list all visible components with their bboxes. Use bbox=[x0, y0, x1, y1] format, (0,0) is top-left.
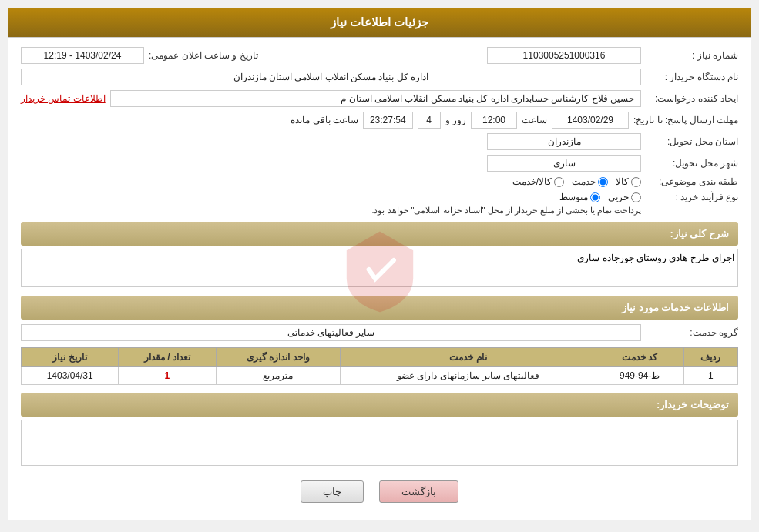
tabaqe-options: کالا خدمت کالا/خدمت bbox=[512, 176, 641, 187]
tabaqe-option-kala-khadamat: کالا/خدمت bbox=[512, 176, 564, 187]
cell-name: فعالیتهای سایر سازمانهای دارای عضو bbox=[341, 367, 596, 385]
col-unit: واحد اندازه گیری bbox=[216, 348, 341, 367]
ostan-value: مازندران bbox=[487, 133, 641, 150]
shomara-niaz-label: شماره نیاز : bbox=[646, 50, 738, 61]
cell-date: 1403/04/31 bbox=[22, 367, 119, 385]
mohlat-date: 1403/02/29 bbox=[552, 112, 629, 129]
mohlat-saat-label: ساعت bbox=[522, 115, 547, 125]
gorohe-khadamat-label: گروه خدمت: bbox=[646, 327, 738, 338]
noe-farayand-options: جزیی متوسط bbox=[371, 192, 641, 202]
noe-farayand-motevaset: متوسط bbox=[559, 192, 600, 202]
col-radif: ردیف bbox=[683, 348, 737, 367]
sharh-textarea[interactable]: اجرای طرح هادی روستای جورجاده ساری bbox=[21, 249, 738, 287]
cell-count: 1 bbox=[119, 367, 216, 385]
mohlat-rooz: 4 bbox=[418, 112, 441, 129]
nam-dastgah-label: نام دستگاه خریدار : bbox=[646, 72, 738, 82]
services-table: ردیف کد خدمت نام خدمت واحد اندازه گیری ت… bbox=[21, 347, 738, 385]
mohlat-saat: 12:00 bbox=[471, 112, 517, 129]
tarikh-aalan-value: 1403/02/24 - 12:19 bbox=[21, 47, 144, 64]
ijad-konande-value: حسین فلاح کارشناس حسابداری اداره کل بنیا… bbox=[110, 90, 641, 107]
buyer-desc-label: توضیحات خریدار: bbox=[21, 393, 738, 417]
tabaqe-option-kala: کالا bbox=[616, 176, 641, 187]
buyer-desc-textarea[interactable] bbox=[21, 420, 738, 466]
noe-farayand-jozee: جزیی bbox=[608, 192, 641, 202]
mohlat-countdown: 23:27:54 bbox=[363, 112, 413, 129]
sharh-textarea-wrapper: ana اجرای طرح هادی روستای جورجاده ساری bbox=[21, 249, 738, 289]
cell-radif: 1 bbox=[683, 367, 737, 385]
tarikh-aalan-label: تاریخ و ساعت اعلان عمومی: bbox=[149, 50, 258, 61]
nam-dastgah-value: اداره کل بنیاد مسکن انقلاب اسلامی استان … bbox=[21, 69, 641, 85]
back-button[interactable]: بازگشت bbox=[379, 480, 458, 503]
services-table-container: ردیف کد خدمت نام خدمت واحد اندازه گیری ت… bbox=[21, 347, 738, 385]
cell-kod: ط-94-949 bbox=[596, 367, 683, 385]
shahr-value: ساری bbox=[487, 155, 641, 172]
table-row: 1 ط-94-949 فعالیتهای سایر سازمانهای دارا… bbox=[22, 367, 738, 385]
mohlat-baqi: ساعت باقی مانده bbox=[291, 115, 358, 125]
shomara-niaz-value: 1103005251000316 bbox=[487, 47, 641, 64]
gorohe-khadamat-value: سایر فعالیتهای خدماتی bbox=[21, 324, 641, 341]
tabaqe-label: طبقه بندی موضوعی: bbox=[646, 176, 738, 187]
col-date: تاریخ نیاز bbox=[22, 348, 119, 367]
col-name: نام خدمت bbox=[341, 348, 596, 367]
mohlat-rooz-label: روز و bbox=[445, 115, 466, 125]
ijad-konande-label: ایجاد کننده درخواست: bbox=[646, 93, 738, 104]
sharh-section-title: شرح کلی نیاز: bbox=[21, 222, 738, 246]
noe-farayand-note: پرداخت تمام یا بخشی از مبلغ خریدار از مح… bbox=[371, 206, 641, 216]
buttons-row: بازگشت چاپ bbox=[21, 480, 738, 503]
service-section-title: اطلاعات خدمات مورد نیاز bbox=[21, 296, 738, 320]
itmam-link[interactable]: اطلاعات تماس خریدار bbox=[21, 93, 106, 104]
ostan-label: استان محل تحویل: bbox=[646, 136, 738, 147]
tabaqe-option-khadamat: خدمت bbox=[572, 176, 608, 187]
buyer-desc-wrapper bbox=[21, 420, 738, 468]
cell-unit: مترمربع bbox=[216, 367, 341, 385]
print-button[interactable]: چاپ bbox=[301, 480, 364, 503]
mohlat-label: مهلت ارسال پاسخ: تا تاریخ: bbox=[633, 115, 738, 125]
shahr-label: شهر محل تحویل: bbox=[646, 158, 738, 169]
col-kod: کد خدمت bbox=[596, 348, 683, 367]
noe-farayand-label: نوع فرآیند خرید : bbox=[646, 192, 738, 202]
page-title: جزئیات اطلاعات نیاز bbox=[8, 8, 751, 37]
col-count: تعداد / مقدار bbox=[119, 348, 216, 367]
